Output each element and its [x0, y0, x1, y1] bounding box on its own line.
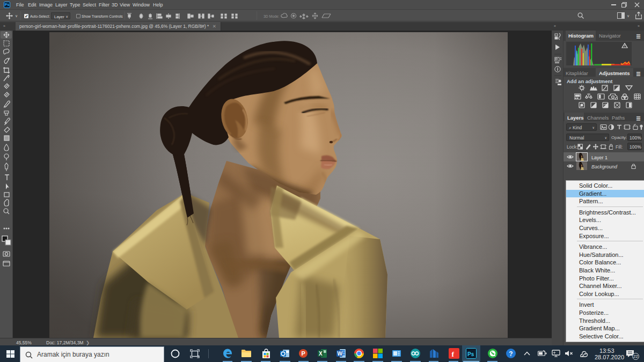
svg-text:f: f	[452, 350, 455, 358]
svg-text:W: W	[338, 351, 343, 357]
svg-text:P: P	[302, 350, 305, 357]
svg-text:?: ?	[509, 350, 513, 358]
svg-text:Ps: Ps	[467, 351, 474, 357]
svg-text:X: X	[319, 351, 323, 357]
